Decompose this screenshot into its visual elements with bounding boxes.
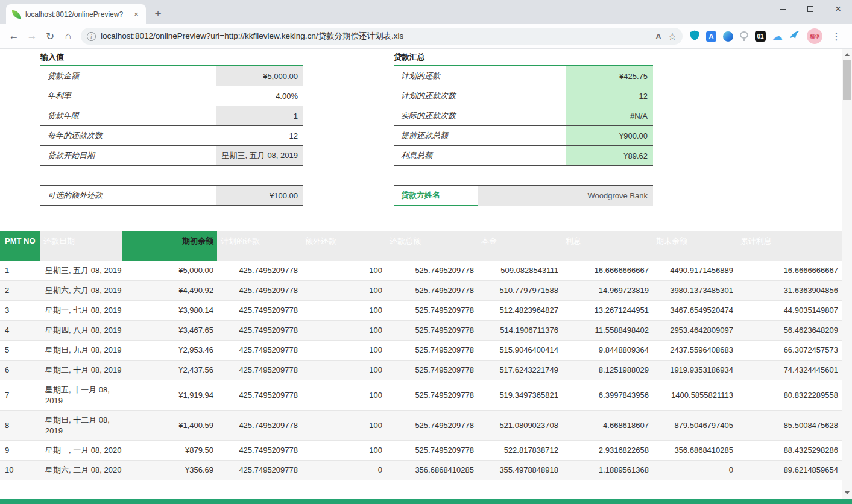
schedule-cell: 16.6666666667 xyxy=(562,261,652,280)
schedule-cell: 1.1889561368 xyxy=(562,461,652,480)
gray-extension-icon[interactable] xyxy=(740,31,748,39)
input-row-label: 可选的额外还款 xyxy=(40,186,216,205)
schedule-cell: 4490.9171456889 xyxy=(652,261,737,280)
schedule-cell: 2.9316822658 xyxy=(562,441,652,460)
bookmark-star-icon[interactable]: ☆ xyxy=(668,31,677,42)
schedule-header-5: 还款总额 xyxy=(386,231,478,261)
translate-page-icon[interactable]: A xyxy=(655,32,661,41)
schedule-header-7: 利息 xyxy=(562,231,652,261)
schedule-cell: 星期日, 九月 08, 2019 xyxy=(40,341,122,360)
schedule-cell: ¥1,919.94 xyxy=(122,380,217,410)
schedule-header-3: 计划的还款 xyxy=(217,231,301,261)
schedule-row: 6星期二, 十月 08, 2019¥2,437.56425.7495209778… xyxy=(0,361,842,380)
schedule-cell: 515.9046400414 xyxy=(478,341,562,360)
schedule-cell: 1 xyxy=(0,261,40,280)
input-row: 贷款开始日期星期三, 五月 08, 2019 xyxy=(40,146,303,166)
schedule-cell: 425.7495209778 xyxy=(217,461,301,480)
scrollbar-thumb[interactable] xyxy=(843,60,851,100)
input-row: 可选的额外还款¥100.00 xyxy=(40,186,303,206)
schedule-cell: 星期四, 八月 08, 2019 xyxy=(40,321,122,340)
schedule-cell: 0 xyxy=(652,461,737,480)
browser-window: localhost:8012/onlinePreview? × + × ← → … xyxy=(0,0,852,504)
schedule-cell: 509.0828543111 xyxy=(478,261,562,280)
screenshot-extension-badge[interactable]: 01 xyxy=(755,31,766,42)
input-row: 贷款年限1 xyxy=(40,106,303,126)
schedule-cell: 100 xyxy=(301,361,386,380)
forward-icon[interactable]: → xyxy=(23,30,41,42)
schedule-row: 8星期日, 十二月 08, 2019¥1,400.59425.749520977… xyxy=(0,411,842,441)
scroll-up-arrow[interactable] xyxy=(842,49,852,60)
schedule-cell: 85.5008475628 xyxy=(737,411,842,440)
bird-extension-icon[interactable] xyxy=(789,30,800,42)
down-triangle-icon xyxy=(845,491,850,494)
input-row-label xyxy=(40,166,216,185)
schedule-cell: 100 xyxy=(301,321,386,340)
minimize-button[interactable] xyxy=(769,0,797,18)
bottom-green-bar xyxy=(0,499,852,504)
schedule-cell: 100 xyxy=(301,441,386,460)
schedule-cell: 89.6214859654 xyxy=(737,461,842,480)
address-bar[interactable]: i localhost:8012/onlinePreview?url=http:… xyxy=(81,28,683,45)
schedule-cell: 56.4623648209 xyxy=(737,321,842,340)
input-row-label: 每年的还款次数 xyxy=(40,126,216,145)
tab-close-icon[interactable]: × xyxy=(131,10,141,19)
input-row-value: 1 xyxy=(216,106,303,125)
schedule-cell: 6.3997843956 xyxy=(562,380,652,410)
input-section: 输入值 贷款金额¥5,000.00年利率4.00%贷款年限1每年的还款次数12贷… xyxy=(40,50,303,206)
back-icon[interactable]: ← xyxy=(5,30,23,42)
schedule-row: 10星期六, 二月 08, 2020¥356.69425.74952097780… xyxy=(0,461,842,480)
summary-row: 提前还款总额¥900.00 xyxy=(394,126,653,146)
schedule-cell: 3 xyxy=(0,301,40,320)
reload-icon[interactable]: ↻ xyxy=(41,30,59,43)
profile-avatar[interactable]: 精华 xyxy=(807,28,822,44)
tab-title: localhost:8012/onlinePreview? xyxy=(25,10,127,19)
schedule-cell: 525.7495209778 xyxy=(386,281,478,300)
lender-name-label: 贷款方姓名 xyxy=(394,186,478,206)
schedule-cell: 13.2671244951 xyxy=(562,301,652,320)
browser-toolbar: ← → ↻ ⌂ i localhost:8012/onlinePreview?u… xyxy=(0,24,852,49)
shield-extension-icon[interactable] xyxy=(690,30,699,43)
input-row: 每年的还款次数12 xyxy=(40,126,303,146)
scroll-down-arrow[interactable] xyxy=(842,488,852,498)
schedule-cell: 512.4823964827 xyxy=(478,301,562,320)
schedule-cell: 356.6868410285 xyxy=(652,441,737,460)
maximize-button[interactable] xyxy=(797,0,824,18)
browser-menu-icon[interactable]: ⋮ xyxy=(829,31,844,42)
new-tab-button[interactable]: + xyxy=(150,5,166,22)
schedule-header-1: 还款日期 xyxy=(40,231,122,261)
input-row-value xyxy=(216,166,303,185)
schedule-header-2: 期初余额 xyxy=(122,231,217,261)
schedule-row: 5星期日, 九月 08, 2019¥2,953.46425.7495209778… xyxy=(0,341,842,361)
schedule-cell: 425.7495209778 xyxy=(217,321,301,340)
cloud-extension-icon[interactable]: ☁ xyxy=(772,31,783,42)
schedule-cell: 425.7495209778 xyxy=(217,361,301,380)
home-icon[interactable]: ⌂ xyxy=(59,30,77,42)
vertical-scrollbar[interactable] xyxy=(842,49,852,504)
schedule-cell: 525.7495209778 xyxy=(386,301,478,320)
schedule-cell: 525.7495209778 xyxy=(386,441,478,460)
lender-row: 贷款方姓名 Woodgrove Bank xyxy=(394,186,653,206)
schedule-cell: 星期六, 六月 08, 2019 xyxy=(40,281,122,300)
schedule-cell: 1400.5855821113 xyxy=(652,380,737,410)
summary-row-value: ¥900.00 xyxy=(566,126,653,145)
schedule-cell: 星期六, 二月 08, 2020 xyxy=(40,461,122,480)
input-row xyxy=(40,166,303,186)
schedule-cell: 8.1251988029 xyxy=(562,361,652,380)
schedule-cell: 0 xyxy=(301,461,386,480)
input-row-value: ¥100.00 xyxy=(216,186,303,205)
url-text[interactable]: localhost:8012/onlinePreview?url=http://… xyxy=(101,31,649,42)
close-window-button[interactable]: × xyxy=(824,0,852,18)
lender-name-value: Woodgrove Bank xyxy=(478,186,653,206)
schedule-cell: 525.7495209778 xyxy=(386,411,478,440)
schedule-cell: 2437.5596408683 xyxy=(652,341,737,360)
page-info-icon[interactable]: i xyxy=(87,32,96,41)
input-rows: 贷款金额¥5,000.00年利率4.00%贷款年限1每年的还款次数12贷款开始日… xyxy=(40,66,303,206)
schedule-cell: 88.4325298286 xyxy=(737,441,842,460)
circle-extension-icon[interactable] xyxy=(723,31,733,42)
active-tab[interactable]: localhost:8012/onlinePreview? × xyxy=(6,4,146,24)
schedule-cell: 9.8448809364 xyxy=(562,341,652,360)
schedule-body: 1星期三, 五月 08, 2019¥5,000.00425.7495209778… xyxy=(0,261,842,480)
translate-extension-icon[interactable]: A xyxy=(706,31,716,42)
schedule-cell: 100 xyxy=(301,301,386,320)
schedule-row: 4星期四, 八月 08, 2019¥3,467.65425.7495209778… xyxy=(0,321,842,341)
